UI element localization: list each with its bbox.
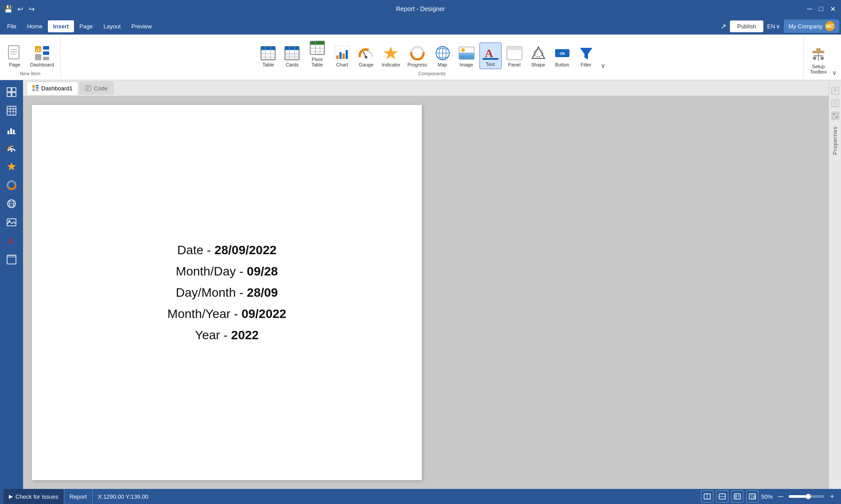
table-icon [260, 45, 276, 61]
svg-marker-41 [384, 47, 398, 59]
progress-button[interactable]: Progress [405, 43, 430, 69]
minimize-icon[interactable]: ─ [806, 5, 814, 13]
sidebar-icon-indicator[interactable] [3, 158, 20, 175]
image-icon [459, 45, 475, 61]
zoom-out-button[interactable]: ─ [775, 491, 786, 502]
tab-dashboard1-label: Dashboard1 [41, 85, 73, 92]
tab-dashboard1[interactable]: Dashboard1 [27, 81, 78, 95]
menu-layout[interactable]: Layout [98, 20, 126, 32]
components-more[interactable]: ∨ [599, 62, 607, 69]
button-button[interactable]: Ok Button [551, 43, 573, 69]
save-icon[interactable]: 💾 [4, 5, 12, 13]
menu-home[interactable]: Home [22, 20, 48, 32]
sidebar-icon-chart[interactable] [3, 121, 20, 138]
map-button[interactable]: Map [432, 43, 454, 69]
sidebar-icon-text[interactable]: A [3, 233, 20, 249]
properties-icon-2[interactable] [830, 98, 841, 109]
properties-icon-3[interactable] [830, 110, 841, 121]
title-bar: 💾 ↩ ↪ Report - Designer ─ □ ✕ [0, 0, 841, 18]
sidebar-icon-panel[interactable] [3, 251, 20, 268]
zoom-in-button[interactable]: + [827, 491, 837, 502]
canvas-area: Date - 28/09/2022 Month/Day - 09/28 Day/… [23, 96, 829, 489]
menu-page[interactable]: Page [74, 20, 98, 32]
indicator-icon [383, 45, 399, 61]
language-selector[interactable]: EN ∨ [767, 23, 780, 30]
text-button[interactable]: A Text [479, 43, 502, 69]
svg-rect-94 [32, 85, 35, 88]
window-buttons: ─ □ ✕ [806, 5, 837, 13]
publish-button[interactable]: Publish [730, 20, 764, 32]
sidebar-icon-table[interactable] [3, 102, 20, 119]
play-icon: ▶ [9, 493, 13, 500]
menu-bar: File Home Insert Page Layout Preview ↗ P… [0, 18, 841, 35]
text-icon: A [483, 45, 498, 61]
layout-icon-3[interactable] [731, 490, 744, 503]
svg-rect-28 [310, 41, 324, 45]
maximize-icon[interactable]: □ [817, 5, 825, 13]
svg-rect-10 [38, 48, 39, 51]
svg-rect-38 [346, 50, 348, 59]
properties-label: Properties [832, 126, 838, 155]
chart-button[interactable]: Chart [331, 43, 353, 69]
tab-code[interactable]: Code [79, 81, 113, 95]
setup-toolbox-button[interactable]: SetupToolbox [807, 45, 829, 76]
filter-button[interactable]: Filter [575, 43, 597, 69]
title-bar-controls: 💾 ↩ ↪ [4, 5, 35, 13]
menu-file[interactable]: File [2, 20, 22, 32]
svg-text:Ok: Ok [560, 51, 565, 56]
undo-icon[interactable]: ↩ [16, 5, 24, 13]
chevron-down-icon: ∨ [601, 62, 605, 69]
sidebar-icon-map[interactable] [3, 195, 20, 212]
progress-icon [409, 45, 425, 61]
redo-icon[interactable]: ↪ [27, 5, 35, 13]
check-issues-button[interactable]: ▶ Check for Issues [4, 489, 64, 504]
svg-rect-97 [32, 89, 35, 91]
right-sidebar-icons [830, 84, 841, 121]
layout-icon-1[interactable] [701, 490, 713, 503]
sidebar-icon-gauge[interactable] [3, 140, 20, 156]
pivot-table-button[interactable]: PivotTable [305, 38, 329, 69]
indicator-button[interactable]: Indicator [379, 43, 403, 69]
gauge-button[interactable]: Gauge [355, 43, 377, 69]
svg-text:100: 100 [751, 495, 756, 499]
share-icon[interactable]: ↗ [720, 22, 726, 31]
page-button[interactable]: Page [4, 43, 26, 69]
shape-button[interactable]: Shape [527, 43, 549, 69]
report-label: Report [64, 489, 92, 504]
report-canvas[interactable]: Date - 28/09/2022 Month/Day - 09/28 Day/… [32, 105, 422, 480]
svg-text:A: A [8, 237, 14, 246]
cards-button[interactable]: Cards [281, 43, 303, 69]
table-button[interactable]: Table [257, 43, 279, 69]
svg-rect-121 [735, 495, 737, 498]
menu-preview[interactable]: Preview [126, 20, 157, 32]
month-day-line: Month/Day - 09/28 [176, 264, 278, 279]
layout-icon-2[interactable] [716, 490, 728, 503]
chevron-down-icon-2: ∨ [832, 69, 837, 76]
year-line: Year - 2022 [195, 328, 259, 342]
panel-button[interactable]: Panel [503, 43, 526, 69]
properties-icon-1[interactable] [830, 85, 841, 96]
close-icon[interactable]: ✕ [829, 5, 837, 13]
user-avatar: MC [825, 21, 835, 31]
layout-icon-4[interactable]: 100 [746, 490, 759, 503]
right-sidebar[interactable]: Properties [829, 80, 841, 489]
svg-rect-62 [816, 48, 820, 52]
svg-rect-9 [36, 50, 37, 51]
zoom-slider[interactable] [789, 495, 824, 498]
window-title: Report - Designer [35, 5, 806, 12]
setup-buttons: SetupToolbox ∨ [807, 38, 837, 76]
menu-insert[interactable]: Insert [48, 20, 74, 32]
cards-icon [284, 45, 300, 61]
svg-rect-11 [40, 50, 41, 51]
dashboard-button[interactable]: Dashboard [27, 43, 57, 69]
sidebar-icon-image[interactable] [3, 214, 20, 231]
workspace: A Dashboard1 [0, 80, 841, 489]
image-button[interactable]: Image [456, 43, 478, 69]
status-bar: ▶ Check for Issues Report X:1290.00 Y:13… [0, 489, 841, 504]
company-selector[interactable]: My Company MC [784, 19, 839, 33]
sidebar-icon-progress[interactable] [3, 177, 20, 194]
setup-more[interactable]: ∨ [831, 69, 837, 76]
sidebar-icon-grid[interactable] [3, 84, 20, 101]
dashboard-tab-icon [32, 85, 39, 91]
svg-rect-77 [10, 128, 12, 133]
